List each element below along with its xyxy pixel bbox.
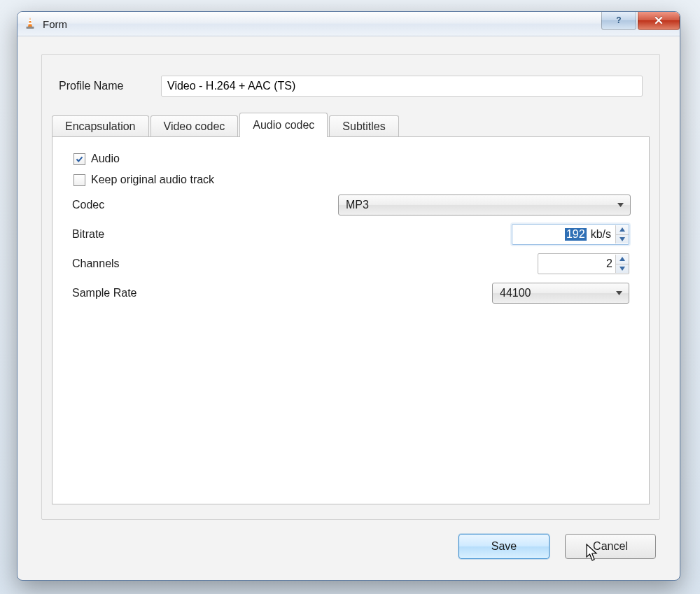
codec-dropdown-value: MP3 [346, 199, 369, 211]
svg-marker-0 [28, 17, 32, 27]
svg-rect-2 [28, 23, 32, 24]
svg-marker-12 [616, 291, 622, 295]
svg-marker-8 [620, 227, 625, 232]
channels-step-buttons[interactable] [615, 255, 629, 273]
channels-row: Channels 2 [72, 253, 629, 274]
content-frame: Profile Name Encapsulation Video codec A… [41, 54, 660, 520]
form-dialog-window: Form ? Profile Name Encapsulation [17, 11, 680, 581]
audio-enable-checkbox[interactable] [74, 153, 85, 165]
cancel-button[interactable]: Cancel [565, 534, 656, 559]
codec-row: Codec MP3 [72, 195, 629, 215]
tab-encapsulation[interactable]: Encapsulation [52, 115, 149, 137]
tab-label: Subtitles [342, 120, 385, 133]
tab-control: Encapsulation Video codec Audio codec Su… [52, 112, 650, 504]
tab-video-codec[interactable]: Video codec [150, 115, 239, 137]
bitrate-label: Bitrate [72, 228, 338, 241]
bitrate-value: 192 [565, 228, 587, 241]
profile-name-input[interactable] [161, 76, 643, 97]
tab-subtitles[interactable]: Subtitles [329, 115, 398, 137]
vlc-cone-icon [23, 17, 37, 31]
channels-step-up[interactable] [616, 255, 629, 264]
channels-label: Channels [72, 257, 338, 270]
profile-name-label: Profile Name [59, 80, 150, 92]
sample-rate-value: 44100 [500, 287, 531, 299]
svg-marker-9 [620, 237, 625, 241]
audio-enable-label: Audio [91, 153, 120, 165]
bitrate-step-up[interactable] [616, 225, 629, 235]
svg-rect-3 [27, 27, 34, 29]
chevron-down-icon [615, 287, 623, 299]
bitrate-row: Bitrate 192 kb/s [72, 224, 629, 245]
tab-audio-codec[interactable]: Audio codec [239, 113, 328, 137]
channels-step-down[interactable] [616, 264, 629, 274]
svg-rect-1 [29, 20, 31, 21]
tab-panel-audio-codec: Audio Keep original audio track Codec MP… [52, 136, 650, 504]
sample-rate-row: Sample Rate 44100 [72, 283, 629, 304]
dialog-footer: Save Cancel [458, 534, 656, 559]
tab-label: Video codec [164, 120, 225, 133]
svg-marker-7 [617, 203, 624, 207]
chevron-down-icon [617, 199, 624, 211]
help-button[interactable]: ? [601, 11, 636, 30]
keep-original-label: Keep original audio track [91, 174, 214, 186]
close-button[interactable] [638, 11, 680, 30]
bitrate-step-buttons[interactable] [615, 225, 629, 243]
bitrate-spinner[interactable]: 192 kb/s [512, 224, 629, 245]
codec-label: Codec [72, 199, 338, 211]
save-button-label: Save [491, 540, 517, 553]
tab-label: Audio codec [253, 119, 314, 132]
window-title: Form [43, 18, 67, 30]
tab-label: Encapsulation [65, 120, 136, 133]
svg-marker-10 [620, 257, 625, 261]
codec-dropdown[interactable]: MP3 [338, 195, 631, 215]
client-area: Profile Name Encapsulation Video codec A… [23, 40, 674, 574]
keep-original-row: Keep original audio track [74, 174, 632, 186]
profile-name-row: Profile Name [43, 71, 658, 112]
svg-text:?: ? [616, 15, 621, 25]
bitrate-unit: kb/s [589, 228, 615, 241]
window-caption-buttons: ? [600, 11, 680, 29]
keep-original-checkbox[interactable] [74, 174, 85, 186]
tab-row: Encapsulation Video codec Audio codec Su… [52, 112, 650, 136]
channels-spinner[interactable]: 2 [538, 253, 629, 274]
bitrate-step-down[interactable] [616, 235, 629, 244]
sample-rate-dropdown[interactable]: 44100 [492, 283, 629, 304]
save-button[interactable]: Save [458, 534, 550, 559]
audio-enable-row: Audio [74, 153, 632, 165]
title-bar: Form ? [18, 12, 680, 36]
svg-marker-11 [620, 267, 625, 271]
cancel-button-label: Cancel [593, 540, 628, 553]
sample-rate-label: Sample Rate [72, 287, 338, 299]
channels-value: 2 [606, 257, 612, 270]
